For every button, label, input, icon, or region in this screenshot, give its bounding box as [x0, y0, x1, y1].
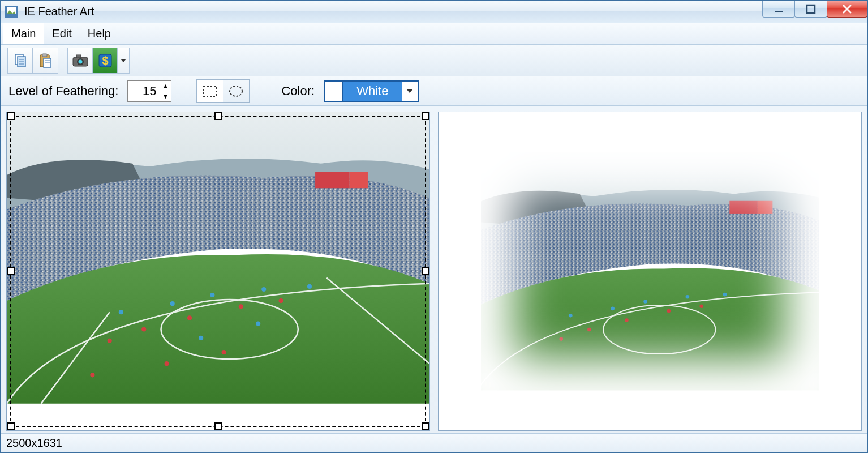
handle-middle-right[interactable] — [422, 267, 429, 275]
app-window: IE Feather Art Main Edit Help — [0, 0, 868, 453]
menubar: Main Edit Help — [1, 23, 867, 45]
money-dropdown[interactable] — [118, 48, 129, 73]
menu-help[interactable]: Help — [80, 23, 119, 44]
source-panel — [6, 112, 430, 431]
svg-rect-20 — [204, 86, 216, 96]
selection-marquee[interactable] — [10, 116, 426, 427]
svg-rect-48 — [758, 201, 772, 214]
feathering-label: Level of Feathering: — [8, 84, 118, 99]
options-toolbar: Level of Feathering: ▲ ▼ Color: White — [1, 76, 867, 106]
handle-bottom-right[interactable] — [422, 422, 429, 430]
color-value: White — [343, 82, 402, 101]
svg-point-54 — [699, 305, 703, 309]
svg-point-52 — [625, 318, 629, 322]
svg-rect-15 — [76, 55, 81, 58]
copy-button[interactable] — [8, 48, 33, 73]
status-empty — [119, 434, 867, 452]
menu-main[interactable]: Main — [3, 23, 44, 44]
paste-button[interactable] — [33, 48, 58, 73]
capture-group: $ — [67, 48, 130, 74]
titlebar[interactable]: IE Feather Art — [1, 1, 867, 23]
svg-rect-47 — [729, 201, 758, 214]
status-dimensions: 2500x1631 — [1, 434, 119, 452]
handle-top-middle[interactable] — [214, 112, 222, 120]
svg-rect-2 — [775, 11, 783, 12]
menu-edit[interactable]: Edit — [44, 23, 79, 44]
camera-button[interactable] — [68, 48, 93, 73]
main-toolbar: $ — [1, 45, 867, 76]
svg-point-55 — [569, 314, 573, 318]
money-button[interactable]: $ — [93, 48, 118, 73]
handle-top-left[interactable] — [7, 112, 15, 120]
window-controls — [763, 1, 867, 23]
preview-image — [439, 112, 861, 430]
svg-point-17 — [78, 59, 82, 63]
handle-bottom-middle[interactable] — [214, 422, 222, 430]
svg-point-50 — [559, 337, 563, 341]
svg-point-51 — [587, 328, 591, 332]
svg-rect-10 — [42, 54, 47, 57]
svg-point-53 — [667, 309, 671, 313]
color-dropdown[interactable]: White — [324, 80, 419, 102]
selection-shape-group — [196, 79, 250, 103]
maximize-button[interactable] — [794, 1, 827, 18]
source-image[interactable] — [7, 112, 429, 430]
color-swatch — [325, 82, 343, 101]
svg-point-56 — [611, 307, 615, 311]
preview-panel — [438, 112, 862, 431]
svg-text:$: $ — [102, 54, 108, 67]
minimize-button[interactable] — [762, 1, 795, 18]
handle-top-right[interactable] — [422, 112, 429, 120]
ellipse-selection-button[interactable] — [223, 80, 249, 102]
color-label: Color: — [281, 84, 315, 99]
feathering-spinner[interactable]: ▲ ▼ — [127, 80, 171, 102]
svg-point-58 — [685, 295, 689, 299]
color-dropdown-arrow[interactable] — [402, 82, 418, 101]
feathering-up[interactable]: ▲ — [160, 81, 171, 91]
feathering-down[interactable]: ▼ — [160, 91, 171, 101]
close-button[interactable] — [827, 1, 867, 18]
statusbar: 2500x1631 — [1, 433, 867, 452]
rectangle-selection-button[interactable] — [197, 80, 223, 102]
svg-point-59 — [723, 293, 727, 297]
handle-bottom-left[interactable] — [7, 422, 15, 430]
app-icon — [4, 5, 19, 19]
svg-point-57 — [643, 300, 647, 304]
svg-point-21 — [230, 86, 242, 96]
feathering-input[interactable] — [128, 84, 160, 99]
clipboard-group — [7, 48, 58, 74]
handle-middle-left[interactable] — [7, 267, 15, 275]
workspace — [1, 106, 867, 433]
svg-rect-3 — [807, 5, 815, 13]
stadium-preview-illustration — [481, 152, 819, 391]
window-title: IE Feather Art — [24, 5, 94, 18]
